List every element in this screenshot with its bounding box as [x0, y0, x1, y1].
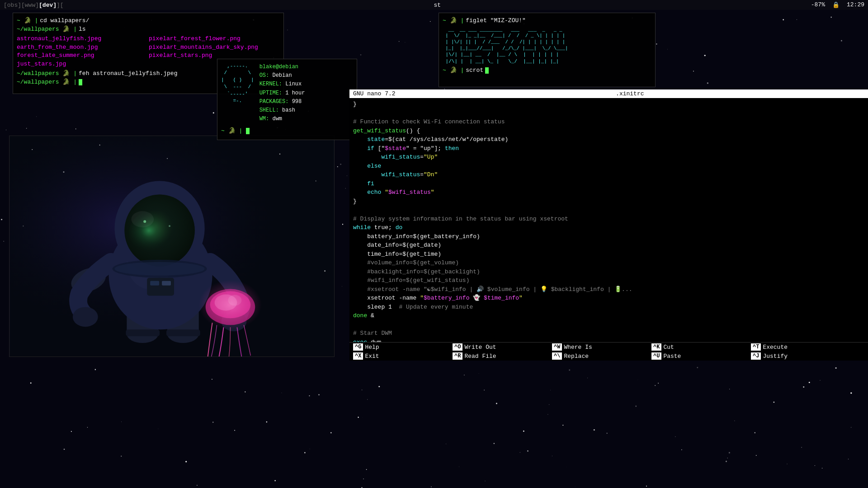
nano-execute-key: ^T — [751, 343, 761, 351]
svg-point-32 — [131, 211, 154, 227]
file7: just_stars.jpg — [17, 60, 143, 69]
terminal-neofetch-content: ,-----. / \ | ( ) | \ --- / `-----' =-. … — [217, 59, 357, 139]
topbar-title: st — [434, 2, 441, 9]
shell-value: bash — [282, 107, 295, 113]
nano-line-empty1 — [353, 109, 864, 118]
terminal-figlet: ~ 🐊 | figlet "MIZ-ZOU!" __ __ ___ ______… — [439, 13, 656, 87]
nano-readfile-cmd[interactable]: ^R Read File — [453, 352, 552, 360]
topbar-tags: [obs] [www] [dev] ][ — [4, 2, 64, 9]
nano-help-cmd[interactable]: ^G Help — [353, 343, 453, 351]
lock-icon: 🔒 — [832, 1, 840, 9]
nano-editor: GNU nano 7.2 .xinitrc } # Function to ch… — [349, 89, 868, 361]
svg-rect-36 — [150, 281, 159, 286]
cursor2 — [246, 128, 250, 134]
nano-justify-key: ^J — [751, 352, 761, 360]
nano-empty2 — [353, 206, 864, 215]
nano-exit-label: Exit — [365, 353, 379, 360]
nano-code3: wifi_status="Up" — [353, 153, 864, 162]
tag-www[interactable]: [www] — [21, 2, 39, 9]
tag-obs[interactable]: [obs] — [4, 2, 21, 9]
uptime-label: UPTIME: — [259, 90, 282, 96]
nano-execute-cmd[interactable]: ^T Execute — [751, 343, 850, 351]
nano-writeout-key: ^O — [453, 343, 462, 351]
tag-dev[interactable]: [dev] — [39, 2, 57, 9]
svg-point-8 — [23, 225, 24, 226]
cmd2: ls — [79, 25, 86, 34]
nano-done: done & — [353, 311, 864, 320]
nano-whereis-key: ^W — [552, 343, 562, 351]
nano-replace-cmd[interactable]: ^\ Replace — [552, 352, 651, 360]
nano-empty3 — [353, 320, 864, 329]
nano-while: while true; do — [353, 223, 864, 232]
nano-paste-label: Paste — [663, 353, 681, 360]
nano-justify-cmd[interactable]: ^J Justify — [751, 352, 850, 360]
scrot-cmd: scrot — [466, 66, 483, 75]
nano-code6: fi — [353, 179, 864, 188]
svg-point-25 — [228, 295, 241, 306]
file4: pixelart_mountains_dark_sky.png — [149, 43, 280, 52]
file2: pixelart_forest_flower.png — [149, 35, 280, 43]
terminal-figlet-content: ~ 🐊 | figlet "MIZ-ZOU!" __ __ ___ ______… — [439, 13, 655, 79]
topbar: [obs] [www] [dev] ][ st -87% 🔒 12:29 — [0, 0, 868, 10]
nano-comment-xset: #xsetroot -name "☯$wifi_info | 🔊 $volume… — [353, 285, 864, 294]
nano-line-close-brace: } — [353, 100, 864, 109]
cmd1: cd wallpapers/ — [40, 17, 89, 25]
nano-readfile-label: Read File — [464, 353, 496, 360]
svg-rect-37 — [162, 281, 171, 286]
svg-point-7 — [316, 181, 316, 182]
packages-value: 998 — [292, 99, 302, 105]
file5: forest_late_summer.png — [17, 52, 143, 60]
nano-code1: state=$(cat /sys/class/net/w*/operstate) — [353, 135, 864, 144]
nano-justify-label: Justify — [763, 353, 788, 360]
nano-comment-vol: #volume_info=$(get_volume) — [353, 258, 864, 267]
terminal-neofetch: ,-----. / \ | ( ) | \ --- / `-----' =-. … — [217, 59, 357, 140]
term1-line2: ~/wallpapers 🐊 | ls — [17, 25, 280, 34]
nano-footer-row1: ^G Help ^O Write Out ^W Where Is ^K Cut … — [349, 343, 868, 352]
nano-writeout-cmd[interactable]: ^O Write Out — [453, 343, 552, 351]
nano-cut-cmd[interactable]: ^K Cut — [651, 343, 751, 351]
prompt3: ~/wallpapers 🐊 | — [17, 70, 77, 78]
nano-code4: else — [353, 162, 864, 171]
nano-footer-row2: ^X Exit ^R Read File ^\ Replace ^U Paste… — [349, 352, 868, 361]
nano-title-right: .xinitrc — [616, 90, 644, 97]
figlet-prompt: ~ 🐊 | — [443, 17, 464, 25]
nano-comment2: # Display system information in the stat… — [353, 215, 864, 224]
nano-whereis-cmd[interactable]: ^W Where Is — [552, 343, 651, 351]
topbar-status: -87% 🔒 12:29 — [811, 1, 864, 9]
shell-label: SHELL: — [259, 107, 279, 113]
prompt-t2: ~ 🐊 | — [221, 127, 242, 134]
nano-exit-cmd[interactable]: ^X Exit — [353, 352, 453, 360]
nano-comment-wifi: #wifi_info=$(get_wifi_status) — [353, 276, 864, 285]
svg-point-34 — [115, 262, 205, 276]
nano-paste-key: ^U — [651, 352, 661, 360]
nano-cut-label: Cut — [663, 344, 674, 351]
svg-point-31 — [169, 225, 170, 227]
prompt1: ~ 🐊 | — [17, 17, 38, 25]
figlet-cmd: figlet "MIZ-ZOU!" — [466, 17, 526, 25]
nano-xsetroot: xsetroot -name "$battery_info 👻 $time_in… — [353, 294, 864, 303]
svg-point-5 — [167, 158, 168, 159]
cursor1 — [79, 79, 82, 85]
svg-point-6 — [279, 154, 280, 155]
packages-label: PACKAGES: — [259, 99, 289, 105]
nano-titlebar: GNU nano 7.2 .xinitrc — [349, 89, 868, 98]
svg-rect-14 — [126, 329, 160, 336]
figlet-art: __ __ ___ ________ ___ ___ _ _ _ | \/ |_… — [443, 27, 651, 52]
kernel-value: Linux — [285, 81, 302, 87]
nano-paste-cmd[interactable]: ^U Paste — [651, 352, 751, 360]
nano-replace-label: Replace — [564, 353, 589, 360]
wallpaper-display — [9, 136, 335, 357]
nano-replace-key: ^\ — [552, 352, 562, 360]
cmd3: feh astronaut_jellyfish.jpeg — [79, 70, 177, 78]
nano-close-brace2: } — [353, 197, 864, 206]
nano-comment-back: #backlight_info=$(get_backlight) — [353, 267, 864, 277]
svg-point-9 — [324, 270, 326, 272]
nano-body: } # Function to check Wi-Fi connection s… — [349, 98, 868, 342]
nano-code2: if ["$state" = "up"]; then — [353, 144, 864, 153]
figlet-art2: |\/| |__| __ / |__ / \ | | | | | | |/\| … — [443, 52, 651, 65]
nano-battery: battery_info=$(get_battery_info) — [353, 232, 864, 241]
astronaut-svg — [9, 136, 334, 357]
nano-readfile-key: ^R — [453, 352, 462, 360]
file3: earth_from_the_moon.jpg — [17, 43, 143, 52]
cursor3 — [485, 67, 489, 74]
